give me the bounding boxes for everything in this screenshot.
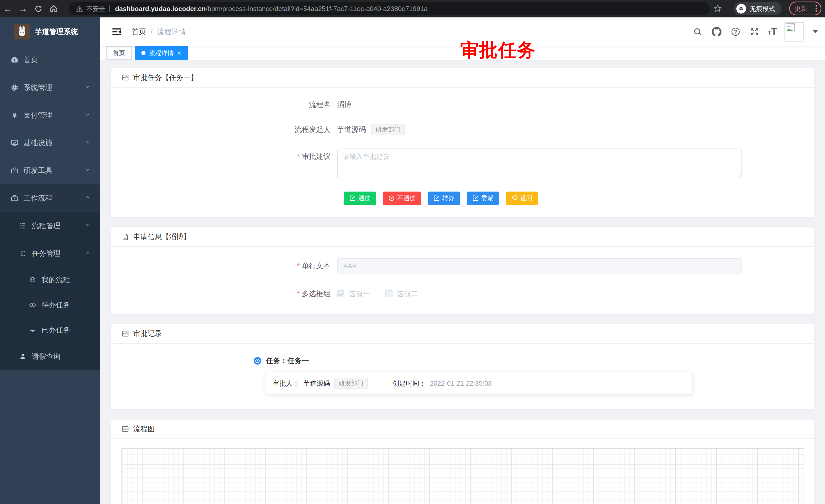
app-logo xyxy=(14,24,30,39)
picture-icon xyxy=(122,74,129,81)
screen: ← → 不安全 dashboard.yudao.iocoder.cn/bpm/p… xyxy=(0,0,825,504)
url-divider xyxy=(109,5,110,12)
tab-process-detail[interactable]: 流程详情 × xyxy=(135,47,188,60)
chevron-down-icon xyxy=(85,166,91,175)
edit-icon xyxy=(472,195,478,201)
sidebar-logo-row[interactable]: 芋道管理系统 xyxy=(0,17,100,46)
sidebar-item-todo-task[interactable]: 待办任务 xyxy=(0,292,100,318)
button-label: 不通过 xyxy=(397,194,416,202)
button-label: 委派 xyxy=(481,194,494,202)
sidebar-item-leave-query[interactable]: 请假查询 xyxy=(0,343,100,370)
address-bar[interactable]: 不安全 dashboard.yudao.iocoder.cn/bpm/proce… xyxy=(69,2,710,15)
initiator-label: 流程发起人 xyxy=(111,125,337,135)
sidebar-item-my-process[interactable]: 我的流程 xyxy=(0,267,100,292)
suggestion-textarea[interactable] xyxy=(337,149,742,178)
url-path: /bpm/process-instance/detail?id=54aa251f… xyxy=(206,5,428,13)
browser-menu-icon[interactable] xyxy=(816,5,817,12)
application-info-card: 申请信息【滔博】 *单行文本 *多选框组 xyxy=(111,227,814,315)
monitor-icon xyxy=(10,139,19,147)
checkbox-checked-icon xyxy=(337,290,344,297)
sidebar-item-label: 研发工具 xyxy=(23,166,85,175)
return-button[interactable]: 退回 xyxy=(506,191,538,205)
breadcrumb-home[interactable]: 首页 xyxy=(132,27,146,36)
button-label: 通过 xyxy=(358,194,371,202)
checkbox-option-2[interactable]: 选项二 xyxy=(385,289,418,299)
insecure-label: 不安全 xyxy=(86,5,105,13)
flow-tree-icon xyxy=(18,250,27,257)
url-domain: dashboard.yudao.iocoder.cn xyxy=(115,5,206,13)
update-label: 更新 xyxy=(795,4,807,13)
dashboard-icon xyxy=(10,56,19,64)
avatar-caret-icon[interactable] xyxy=(813,30,818,33)
bookmark-star-icon[interactable] xyxy=(713,4,722,15)
card-header: 流程图 xyxy=(111,419,814,439)
browser-back-icon[interactable]: ← xyxy=(0,1,15,16)
eye-closed-icon xyxy=(28,326,37,334)
sidebar-item-system[interactable]: 系统管理 xyxy=(0,74,100,101)
breadcrumb-current: 流程详情 xyxy=(157,27,186,36)
picture-icon xyxy=(122,425,129,433)
red-annotation-text: 审批任务 xyxy=(460,38,536,63)
font-size-icon[interactable]: TT xyxy=(768,28,777,35)
textarea-resize-handle[interactable] xyxy=(737,174,740,178)
sidebar-item-payment[interactable]: ¥ 支付管理 xyxy=(0,101,100,129)
sidebar-item-label: 我的流程 xyxy=(42,275,93,285)
required-mark: * xyxy=(297,262,300,270)
sidebar-item-process-mgmt[interactable]: 流程管理 xyxy=(0,212,100,240)
sidebar-item-workflow[interactable]: 工作流程 xyxy=(0,184,100,212)
browser-update-button[interactable]: 更新 xyxy=(789,2,821,15)
transfer-button[interactable]: 转办 xyxy=(428,191,460,205)
card-title: 审批任务【任务一】 xyxy=(133,73,198,82)
clock-icon xyxy=(254,357,261,365)
reject-button[interactable]: 不通过 xyxy=(383,191,421,205)
process-diagram-card: 流程图 xyxy=(111,419,814,504)
tab-home[interactable]: 首页 xyxy=(106,47,132,60)
timeline-node: 任务：任务一 xyxy=(254,356,814,366)
card-title: 流程图 xyxy=(133,424,155,434)
sidebar-item-infra[interactable]: 基础设施 xyxy=(0,129,100,157)
browser-home-icon[interactable] xyxy=(46,1,62,16)
broken-image-icon xyxy=(785,23,797,34)
sidebar-item-task-mgmt[interactable]: 任务管理 xyxy=(0,240,100,267)
sidebar-collapse-icon[interactable] xyxy=(110,25,124,38)
process-name-value: 滔博 xyxy=(337,100,352,110)
sidebar-item-done-task[interactable]: 已办任务 xyxy=(0,318,100,343)
avatar[interactable] xyxy=(784,22,804,41)
sidebar-item-label: 支付管理 xyxy=(23,110,85,120)
sidebar-item-home[interactable]: 首页 xyxy=(0,46,100,74)
chevron-down-icon xyxy=(85,139,91,147)
search-icon[interactable] xyxy=(692,26,703,37)
help-icon[interactable]: ? xyxy=(730,26,741,37)
approve-button[interactable]: 通过 xyxy=(344,191,376,205)
tab-close-icon[interactable]: × xyxy=(177,50,181,56)
delegate-button[interactable]: 委派 xyxy=(467,191,499,205)
tab-label: 流程详情 xyxy=(149,49,174,57)
briefcase-icon xyxy=(10,194,19,202)
page-header: 首页 / 流程详情 审批任务 ? xyxy=(100,17,825,46)
fullscreen-icon[interactable] xyxy=(749,26,760,37)
bpmn-canvas[interactable] xyxy=(122,448,804,504)
insecure-warning-icon xyxy=(76,5,83,12)
record-detail-panel: 审批人：芋道源码 研发部门 创建时间： 2022-01-21 22:35:08 xyxy=(265,372,693,395)
sidebar-item-devtools[interactable]: 研发工具 xyxy=(0,157,100,184)
checkbox-option-1[interactable]: 选项一 xyxy=(337,289,370,299)
breadcrumb-separator: / xyxy=(151,28,153,36)
required-mark: * xyxy=(297,152,300,160)
chevron-up-icon xyxy=(85,194,91,202)
single-text-input[interactable] xyxy=(337,258,742,273)
sidebar-item-label: 工作流程 xyxy=(23,193,85,203)
card-header: 申请信息【滔博】 xyxy=(111,228,814,247)
github-icon[interactable] xyxy=(711,26,722,37)
approval-task-card: 审批任务【任务一】 流程名 滔博 流程发起人 芋道源码 研发部门 xyxy=(111,68,814,218)
checkbox-label: 选项一 xyxy=(349,289,370,299)
create-time-label: 创建时间： xyxy=(392,379,426,388)
chevron-up-icon xyxy=(85,249,91,258)
process-name-label: 流程名 xyxy=(111,100,337,110)
sidebar-item-label: 基础设施 xyxy=(23,138,85,148)
picture-icon xyxy=(122,330,129,338)
sidebar-item-label: 流程管理 xyxy=(32,221,85,231)
browser-forward-icon[interactable]: → xyxy=(15,1,31,16)
workflow-submenu: 流程管理 任务管理 xyxy=(0,212,100,370)
browser-reload-icon[interactable] xyxy=(31,1,46,16)
chevron-down-icon xyxy=(85,83,91,92)
